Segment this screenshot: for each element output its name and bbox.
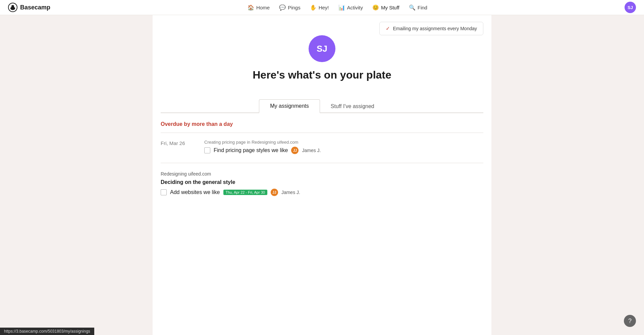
nav-find-label: Find (418, 5, 427, 10)
schedule-item: Add websites we like Thu, Apr 22 - Fri, … (161, 189, 483, 196)
overdue-assignee-name: James J. (302, 148, 321, 153)
overdue-assignee-badge: JJ (291, 147, 299, 154)
nav-center: 🏠 Home 💬 Pings ✋ Hey! 📊 Activity 😊 My St… (248, 3, 427, 12)
tab-my-assignments[interactable]: My assignments (259, 99, 320, 113)
help-button[interactable]: ? (624, 315, 636, 327)
overdue-divider (161, 133, 483, 133)
schedule-assignee-initials: JJ (272, 191, 276, 194)
hey-icon: ✋ (310, 4, 317, 11)
overdue-date: Fri, Mar 26 (161, 140, 204, 146)
schedule-task-text: Add websites we like (170, 189, 220, 195)
schedule-date-badge: Thu, Apr 22 - Fri, Apr 30 (223, 190, 267, 195)
svg-point-2 (11, 5, 14, 8)
activity-icon: 📊 (338, 4, 345, 11)
nav-bar: Basecamp 🏠 Home 💬 Pings ✋ Hey! 📊 Activit… (0, 0, 644, 15)
schedule-assignee-name: James J. (281, 190, 300, 195)
overdue-assignments-group: Creating pricing page in Redesigning uif… (204, 140, 483, 156)
nav-hey-label: Hey! (319, 5, 329, 10)
nav-my-stuff-label: My Stuff (381, 5, 399, 10)
overdue-sub-project: Creating pricing page in Redesigning uif… (204, 140, 483, 145)
logo-text: Basecamp (20, 4, 50, 11)
nav-find[interactable]: 🔍 Find (409, 3, 427, 12)
email-notice[interactable]: ✓ Emailing my assignments every Monday (379, 22, 483, 35)
nav-home[interactable]: 🏠 Home (248, 3, 270, 12)
nav-home-label: Home (256, 5, 270, 10)
nav-pings[interactable]: 💬 Pings (279, 3, 301, 12)
tabs-container: My assignments Stuff I've assigned (161, 99, 483, 113)
overdue-checkbox[interactable] (204, 147, 210, 153)
check-icon: ✓ (386, 26, 390, 32)
user-avatar[interactable]: SJ (625, 2, 636, 13)
user-initials: SJ (628, 5, 633, 10)
content-area: Overdue by more than a day Fri, Mar 26 C… (161, 113, 483, 206)
nav-hey[interactable]: ✋ Hey! (310, 3, 329, 12)
overdue-assignee-initials: JJ (293, 149, 297, 152)
schedule-section: Redesigning uifeed.com Deciding on the g… (161, 171, 483, 196)
page-title: Here's what's on your plate (253, 69, 391, 81)
status-bar-url: https://3.basecamp.com/5031803/my/assign… (4, 329, 90, 334)
find-icon: 🔍 (409, 4, 416, 11)
overdue-task-text: Find pricing page styles we like (214, 147, 288, 153)
nav-my-stuff[interactable]: 😊 My Stuff (372, 3, 399, 12)
section-divider (161, 163, 483, 163)
tab-stuff-assigned[interactable]: Stuff I've assigned (320, 99, 385, 113)
status-bar: https://3.basecamp.com/5031803/my/assign… (0, 328, 94, 335)
pings-icon: 💬 (279, 4, 286, 11)
nav-pings-label: Pings (288, 5, 301, 10)
basecamp-logo-icon (8, 3, 17, 12)
my-stuff-icon: 😊 (372, 4, 379, 11)
overdue-label: Overdue by more than a day (161, 121, 483, 127)
overdue-date-row: Fri, Mar 26 Creating pricing page in Red… (161, 140, 483, 156)
main-content: ✓ Emailing my assignments every Monday S… (153, 15, 491, 335)
nav-activity-label: Activity (347, 5, 363, 10)
schedule-task-group: Deciding on the general style (161, 179, 483, 185)
schedule-checkbox[interactable] (161, 189, 167, 195)
help-icon: ? (628, 318, 632, 325)
nav-right: SJ (625, 2, 636, 13)
profile-avatar: SJ (309, 35, 335, 62)
overdue-assignment-item: Find pricing page styles we like JJ Jame… (204, 147, 483, 154)
home-icon: 🏠 (248, 4, 254, 11)
schedule-project-name: Redesigning uifeed.com (161, 171, 483, 177)
logo[interactable]: Basecamp (8, 3, 50, 12)
nav-activity[interactable]: 📊 Activity (338, 3, 363, 12)
email-notice-label: Emailing my assignments every Monday (393, 26, 477, 31)
profile-initials: SJ (317, 44, 327, 54)
schedule-assignee-badge: JJ (271, 189, 278, 196)
